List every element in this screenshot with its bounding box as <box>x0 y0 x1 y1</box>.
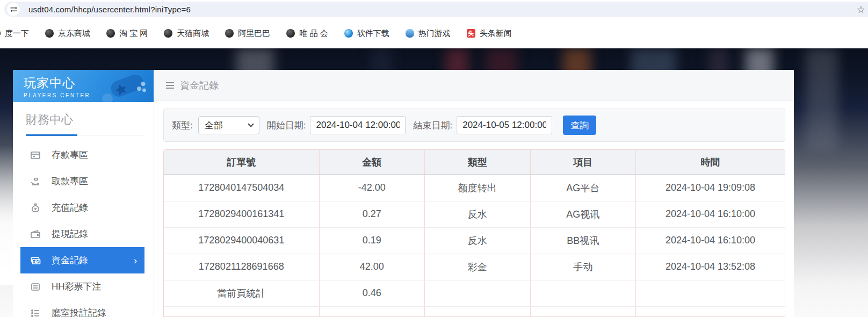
site-favicon-globe-icon <box>286 29 295 38</box>
content-header: 資金記錄 <box>154 70 794 101</box>
table-cell: 2024-10-04 19:09:08 <box>636 175 785 201</box>
page-container: 玩家中心 PLAYERS CENTER 財務中心 存款專區取款專區充值記錄提現記… <box>13 70 794 317</box>
bookmark-item[interactable]: 京东商城 <box>45 28 90 39</box>
sidebar-item-label: 提現記錄 <box>52 228 88 240</box>
search-button[interactable]: 查詢 <box>563 116 596 135</box>
bookmark-item[interactable]: 头头条新闻 <box>467 28 512 39</box>
table-cell: -42.00 <box>319 175 425 201</box>
site-favicon-globe-icon <box>164 29 172 38</box>
funds-record-icon <box>30 255 41 266</box>
sidebar-item-存款專區[interactable]: 存款專區 <box>13 142 154 168</box>
table-cell <box>425 306 531 317</box>
breadcrumb: 資金記錄 <box>180 79 219 92</box>
table-cell: 2024-10-04 16:10:00 <box>636 227 785 254</box>
bookmark-item[interactable]: 阿里巴巴 <box>225 28 270 39</box>
column-header: 訂單號 <box>164 150 319 175</box>
bookmark-label: 度一下 <box>5 28 29 39</box>
bookmark-label: 淘 宝 网 <box>119 28 148 39</box>
table-cell <box>319 306 425 317</box>
column-header: 類型 <box>425 150 531 175</box>
menu-toggle-icon[interactable] <box>166 82 174 89</box>
table-cell: AG平台 <box>530 175 636 201</box>
table-cell: 1728029400040631 <box>164 227 319 254</box>
bookmark-item[interactable]: 热门游戏 <box>406 28 451 39</box>
table-cell: AG视讯 <box>530 201 636 227</box>
browser-toolbar: usdt04.com/hhcp/usercenter.html?iniType=… <box>0 0 868 18</box>
table-cell: 反水 <box>425 201 531 227</box>
sidebar-item-資金記錄[interactable]: 資金記錄› <box>20 247 144 273</box>
site-favicon-globe-icon <box>0 29 1 38</box>
sidebar-item-label: 資金記錄 <box>52 254 88 266</box>
finance-center-title: 財務中心 <box>26 112 145 135</box>
toutiao-news-icon: 头 <box>467 29 475 38</box>
gamepad-icon <box>96 71 151 102</box>
sidebar-item-廳室投註記錄[interactable]: 廳室投註記錄 <box>13 300 154 317</box>
sidebar-item-label: HH彩票下注 <box>52 280 102 293</box>
table-row: 當前頁統計0.46 <box>164 280 785 306</box>
table-cell: 手动 <box>530 254 636 280</box>
filter-bar: 類型: 全部 開始日期: 結束日期: 查詢 <box>163 109 785 142</box>
table-cell: 當前頁統計 <box>164 280 319 306</box>
deposit-icon <box>30 150 41 161</box>
bookmark-label: 京东商城 <box>58 28 90 39</box>
sidebar-item-label: 取款專區 <box>52 175 88 188</box>
site-info-icon[interactable] <box>7 3 20 16</box>
table-cell: 1728040147504034 <box>164 175 319 201</box>
bookmark-item[interactable]: 唯 品 会 <box>286 28 328 39</box>
table-cell: 额度转出 <box>425 175 531 201</box>
bookmarks-bar: 度一下京东商城淘 宝 网天猫商城阿里巴巴唯 品 会软件下载热门游戏头头条新闻 <box>0 18 868 48</box>
table-cell <box>530 280 636 306</box>
sidebar-item-HH彩票下注[interactable]: HH彩票下注 <box>13 273 154 300</box>
table-cell: 1728029400161341 <box>164 201 319 227</box>
table-cell: 2024-10-04 16:10:00 <box>636 201 785 227</box>
table-header-row: 訂單號金額類型項目時間 <box>164 150 785 175</box>
table-cell: 2024-10-04 13:52:08 <box>636 254 785 280</box>
software-download-icon <box>344 29 353 38</box>
site-favicon-globe-icon <box>106 29 115 38</box>
cashout-record-icon <box>30 229 41 240</box>
bookmark-label: 热门游戏 <box>418 28 451 39</box>
bookmark-item[interactable]: 天猫商城 <box>164 28 209 39</box>
bookmark-item[interactable]: 淘 宝 网 <box>106 28 148 39</box>
bookmark-label: 天猫商城 <box>177 28 209 39</box>
sidebar-item-取款專區[interactable]: 取款專區 <box>13 168 154 194</box>
table-cell <box>636 280 785 306</box>
bookmark-label: 唯 品 会 <box>299 28 328 39</box>
address-bar[interactable]: usdt04.com/hhcp/usercenter.html?iniType=… <box>4 2 868 17</box>
table-row: 17280294000406310.19反水BB视讯2024-10-04 16:… <box>164 227 785 254</box>
end-date-input[interactable] <box>457 116 552 134</box>
recharge-record-icon <box>30 203 41 213</box>
type-select[interactable]: 全部 <box>198 116 259 134</box>
chevron-down-icon <box>248 121 254 127</box>
sidebar-item-label: 存款專區 <box>52 149 88 161</box>
funds-record-table: 訂單號金額類型項目時間 1728040147504034-42.00额度转出AG… <box>163 149 785 317</box>
bookmark-item[interactable]: 度一下 <box>0 28 29 39</box>
sidebar-item-充值記錄[interactable]: 充值記錄 <box>13 194 154 221</box>
bookmark-item[interactable]: 软件下载 <box>344 28 389 39</box>
column-header: 金額 <box>319 150 425 175</box>
chevron-right-icon: › <box>134 255 144 265</box>
table-cell: 彩金 <box>425 254 531 280</box>
table-cell <box>636 306 785 317</box>
table-cell: 0.27 <box>319 201 425 227</box>
type-label: 類型: <box>172 119 193 132</box>
url-text[interactable]: usdt04.com/hhcp/usercenter.html?iniType=… <box>28 5 191 14</box>
lottery-bet-icon <box>30 282 41 292</box>
site-favicon-globe-icon <box>45 29 54 38</box>
column-header: 項目 <box>530 150 636 175</box>
end-date-label: 結束日期: <box>413 119 452 132</box>
main-content: 資金記錄 類型: 全部 開始日期: 結束日期: 查詢 訂單號金額類型項目時間 1… <box>154 70 794 317</box>
bookmark-star-icon[interactable]: ☆ <box>857 4 865 16</box>
sidebar-item-label: 充值記錄 <box>52 201 88 214</box>
table-cell <box>164 306 319 317</box>
players-center-banner: 玩家中心 PLAYERS CENTER <box>13 70 154 102</box>
start-date-label: 開始日期: <box>267 119 306 132</box>
table-row: 1728040147504034-42.00额度转出AG平台2024-10-04… <box>164 175 785 201</box>
start-date-input[interactable] <box>310 116 406 134</box>
sidebar-item-提現記錄[interactable]: 提現記錄 <box>13 221 154 247</box>
withdraw-icon <box>30 176 41 187</box>
hot-games-icon <box>406 29 414 38</box>
table-cell: 反水 <box>425 227 531 254</box>
table-cell: 42.00 <box>319 254 425 280</box>
table-cell <box>530 306 636 317</box>
